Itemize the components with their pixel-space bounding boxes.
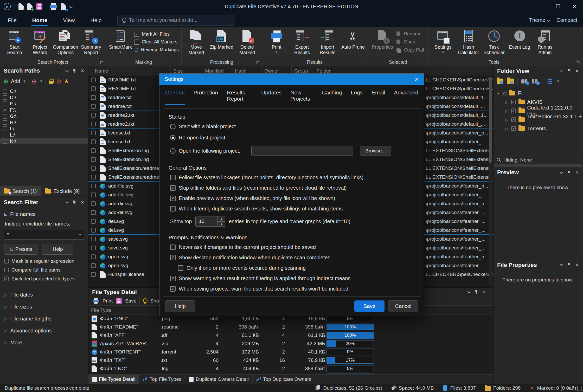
general-option-checkbox[interactable]: ✓When filtering duplicate search results… — [170, 206, 415, 212]
general-option-checkbox[interactable]: ✓Skip offline folders and files (recomme… — [170, 185, 415, 191]
file-checkbox[interactable]: ✓ — [91, 201, 96, 206]
tab-file-types-detail[interactable]: File Types Detail — [88, 375, 139, 384]
filter-help-button[interactable]: Help — [42, 244, 73, 255]
chevron-down-icon[interactable] — [560, 170, 563, 174]
lock-path-icon[interactable] — [48, 79, 54, 84]
file-checkbox[interactable]: ✓ — [91, 272, 96, 277]
settings-tab-protection[interactable]: Protection — [194, 89, 218, 105]
file-checkbox[interactable]: ✓ — [91, 210, 96, 215]
settings-tab-logs[interactable]: Logs — [351, 89, 363, 105]
file-checkbox[interactable]: ✓ — [91, 78, 96, 82]
file-checkbox[interactable]: ✓ — [91, 254, 96, 259]
rename-button[interactable]: Rename — [396, 31, 426, 37]
project-wizard-button[interactable]: Project Wizard — [28, 29, 52, 57]
prompt-option-checkbox[interactable]: ✓Only if one or more events occured duri… — [178, 265, 415, 271]
delete-marked-button[interactable]: ✕ Delete Marked — [235, 29, 259, 57]
spinner-down-button[interactable]: ▼ — [218, 221, 225, 227]
group-expander-icon[interactable] — [257, 61, 260, 64]
start-search-button[interactable]: ▶ Start Search — [3, 29, 27, 57]
startup-radio-row[interactable]: Re-open last project — [170, 135, 415, 141]
run-as-admin-button[interactable]: ✓ Run as Admin — [533, 29, 557, 57]
file-type-row[interactable]: Файл "LNG".lng4404 КБ2388 байт0% — [88, 364, 493, 373]
settings-tab-new-projects[interactable]: New Projects — [290, 89, 313, 105]
open-project-icon[interactable] — [27, 3, 33, 10]
copy-path-button[interactable]: Copy Path — [396, 47, 426, 53]
remove-path-icon[interactable]: ⊖ — [32, 78, 37, 85]
path-checkbox[interactable]: ✓ — [3, 89, 7, 94]
file-checkbox[interactable]: ✓ — [91, 228, 96, 233]
tree-child-row[interactable]: ▷✓Text Editor Pro 32.1.1 + ... — [494, 115, 582, 124]
file-checkbox[interactable]: ✓ — [91, 86, 96, 91]
chevron-down-icon[interactable] — [560, 263, 563, 266]
file-checkbox[interactable]: ✓ — [91, 175, 96, 179]
checkbox[interactable]: ✓ — [4, 268, 9, 272]
tab-top-file-types[interactable]: Top File Types — [139, 375, 185, 384]
maximize-button[interactable]: ☐ — [550, 0, 566, 13]
search-path-row[interactable]: ✓H:\ — [0, 119, 88, 126]
tree-checkbox[interactable]: ✓ — [511, 108, 516, 113]
menu-view[interactable]: View — [55, 13, 82, 27]
favorite-path-icon[interactable]: ★ — [64, 79, 69, 84]
path-checkbox[interactable]: ✓ — [3, 108, 7, 112]
filter-section-file-name-lengths[interactable]: ▷File name lengths — [0, 314, 88, 323]
pin-icon[interactable] — [475, 290, 478, 294]
checkbox[interactable]: ✓ — [170, 255, 176, 260]
search-path-row[interactable]: ✓N:\ — [0, 138, 88, 144]
filter-section-file-sizes[interactable]: ▷File sizes — [0, 302, 88, 311]
chevron-down-icon[interactable]: ▼ — [556, 79, 560, 83]
settings-tab-email[interactable]: Email — [371, 89, 385, 105]
pin-icon[interactable] — [567, 69, 571, 73]
clear-all-markers-checkbox[interactable]: ✓ Clear All Markers — [134, 39, 179, 45]
checkbox[interactable]: ✓ — [170, 196, 176, 201]
minimize-button[interactable]: — — [533, 0, 550, 13]
collapsed-triangle-icon[interactable]: ▷ — [505, 109, 509, 113]
file-checkbox[interactable]: ✓ — [91, 139, 96, 144]
collapsed-triangle-icon[interactable]: ▷ — [505, 127, 509, 131]
tab-search[interactable]: Search (1) — [0, 186, 41, 196]
event-log-button[interactable]: ! Event Log — [508, 29, 531, 57]
close-button[interactable]: ✕ — [566, 0, 583, 13]
dialog-title-bar[interactable]: Settings ✕ — [159, 74, 424, 85]
save-button[interactable]: Save — [354, 300, 385, 312]
move-marked-button[interactable]: → Move Marked — [184, 29, 208, 57]
pin-icon[interactable] — [567, 263, 571, 267]
resize-grip[interactable] — [578, 388, 582, 391]
auto-prune-button[interactable]: ✂ Auto Prune — [341, 29, 365, 57]
file-checkbox[interactable]: ✓ — [91, 157, 96, 162]
checkbox[interactable]: ✓ — [4, 277, 9, 281]
checkbox[interactable]: ✓ — [170, 245, 176, 250]
search-path-row[interactable]: ✓I:\ — [0, 126, 88, 132]
filter-section-more[interactable]: ▷More — [0, 338, 88, 347]
general-option-checkbox[interactable]: ✓Enable preview window (when disabled, o… — [170, 195, 415, 201]
tab-duplicate-owners-detail[interactable]: Duplicate Owners Detail — [185, 375, 253, 384]
tree-checkbox[interactable]: ✓ — [511, 126, 516, 131]
smartmark-button[interactable]: SmartMark ▼ — [108, 29, 132, 57]
chevron-down-icon[interactable]: ▼ — [40, 79, 43, 83]
find-previous-icon[interactable]: ← — [532, 79, 539, 84]
search-path-row[interactable]: ✓E:\ — [0, 101, 88, 107]
browse-button[interactable]: Browse... — [360, 146, 391, 156]
startup-radio-row[interactable]: Open the following project:Browse... — [170, 146, 415, 156]
tree-root-row[interactable]: ✓F: — [494, 89, 582, 98]
chevron-down-icon[interactable] — [467, 290, 471, 293]
menu-help[interactable]: Help — [82, 13, 109, 27]
dialog-close-icon[interactable]: ✕ — [414, 76, 419, 82]
help-button[interactable]: Help — [165, 300, 195, 312]
file-checkbox[interactable]: ✓ — [91, 219, 96, 224]
close-icon[interactable]: ✕ — [575, 170, 579, 175]
hash-calculator-button[interactable]: Hash Calculator — [457, 29, 481, 57]
section-file-names[interactable]: File names — [0, 209, 88, 219]
path-checkbox[interactable]: ✓ — [3, 133, 7, 137]
scrollbar-thumb[interactable] — [489, 77, 492, 163]
tree-options-icon[interactable] — [546, 79, 553, 84]
mark-all-files-checkbox[interactable]: ✓ Mark All Files — [134, 31, 179, 37]
radio-button[interactable] — [170, 124, 176, 129]
task-scheduler-button[interactable]: Task Scheduler — [482, 29, 506, 57]
reverse-markings-button[interactable]: Reverse Markings — [134, 47, 179, 53]
menu-home[interactable]: Home — [24, 13, 55, 27]
find-next-icon[interactable]: → — [521, 79, 528, 84]
chevron-down-icon[interactable] — [560, 69, 563, 72]
presets-button[interactable]: Presets — [4, 244, 37, 255]
panel-divider[interactable] — [494, 164, 582, 167]
pin-icon[interactable] — [567, 170, 571, 175]
